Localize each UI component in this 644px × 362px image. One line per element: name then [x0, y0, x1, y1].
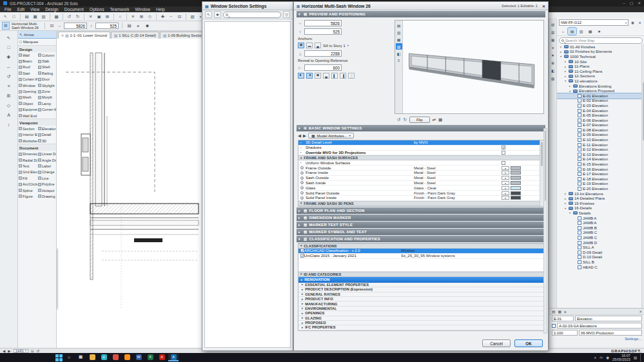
layer-icon[interactable]: ≡	[135, 23, 142, 30]
reveal-option-button[interactable]: ▝	[306, 73, 313, 79]
publisher-icon[interactable]: ▦	[586, 28, 594, 35]
material-swatch[interactable]	[511, 171, 521, 175]
navigator-scrollbar[interactable]	[641, 44, 644, 308]
firefox-icon[interactable]	[122, 354, 132, 361]
sash-outside-row[interactable]: Sash OutsideMetal - Steel▾	[298, 176, 540, 181]
tree-item-e-20-elevation[interactable]: E-20 Elevation	[557, 186, 641, 191]
tree-item-1000-technical[interactable]: ▾1000 Technical	[557, 54, 641, 59]
tool-detail[interactable]: Detail	[37, 132, 56, 138]
tree-item-12-sections[interactable]: ▸12-Sections	[557, 74, 641, 79]
tool-text[interactable]: Text	[18, 163, 37, 169]
find-icon[interactable]: ○	[117, 13, 124, 20]
select-icon[interactable]: ↖	[5, 33, 13, 42]
tree-item-e-14-elevation[interactable]: E-14 Elevation	[557, 157, 641, 162]
anchor-center-button[interactable]: ▬	[306, 43, 313, 48]
palette-toggle-icon[interactable]: ≡	[550, 44, 556, 50]
pen-selector[interactable]: ▾	[502, 166, 509, 170]
tool-radial-dim[interactable]: Radial Dim...	[18, 157, 37, 163]
3d-detail-level-row[interactable]: ▪3D Detail Levelby MVO	[298, 140, 540, 146]
pen-selector[interactable]: ▾	[502, 186, 509, 190]
dialog-width-field[interactable]: 5826	[304, 20, 342, 26]
favorites-list-area[interactable]	[204, 21, 291, 348]
next-page-icon[interactable]: ▶	[303, 133, 306, 138]
tree-item-e-01-elevation[interactable]: E-01 Elevation	[557, 93, 641, 99]
grid-icon[interactable]: ⊞	[5, 91, 13, 100]
dimension-icon[interactable]: ↕	[5, 120, 13, 129]
tool-skylight[interactable]: Skylight	[37, 82, 56, 88]
save-icon[interactable]: ▥	[40, 13, 47, 20]
tree-item-10-site[interactable]: ▸10-Site	[557, 59, 641, 64]
close-icon[interactable]: ✕	[639, 310, 642, 314]
fit-view-icon[interactable]: ⊡	[31, 349, 34, 353]
file-explorer-icon[interactable]	[87, 354, 97, 361]
tree-item-jamb-b[interactable]: JAMB B	[557, 225, 641, 231]
favorites-star-icon[interactable]: ★	[214, 11, 221, 18]
mirror-icon[interactable]: ⇄	[433, 117, 436, 122]
tool-slab[interactable]: Slab	[37, 58, 56, 64]
tree-item-15-finishes[interactable]: ▸15-Finishes	[557, 201, 641, 206]
chevron-right-icon[interactable]: ▸	[563, 60, 567, 63]
reveal-option-button[interactable]: ▀	[315, 73, 321, 79]
sill-height-field[interactable]: 2288	[304, 50, 342, 57]
undo-icon[interactable]: ↺	[66, 13, 73, 20]
view-map-icon[interactable]: ▤	[568, 28, 576, 35]
tree-item-e-05-elevation[interactable]: E-05 Elevation	[557, 113, 641, 118]
open-icon[interactable]: ▦	[32, 13, 39, 20]
menu-help[interactable]: Help	[156, 7, 165, 12]
tree-item-sill-a[interactable]: SILL A	[557, 245, 641, 250]
back-icon[interactable]: ◀	[3, 349, 5, 353]
menu-document[interactable]: Document	[64, 7, 84, 12]
menu-edit[interactable]: Edit	[17, 7, 24, 12]
tool-fill[interactable]: Fill	[18, 175, 37, 181]
solid-panel-inside-row[interactable]: Solid Panel InsideFinish - Paint Dark Gr…	[298, 196, 540, 201]
menu-view[interactable]: View	[30, 7, 39, 12]
tool-grid-element[interactable]: Grid Element	[18, 169, 37, 175]
start-button[interactable]	[54, 354, 63, 361]
favorites-search-input[interactable]	[223, 12, 281, 18]
pen-selector[interactable]: ▾	[502, 181, 509, 185]
tree-item-jamb-a[interactable]: JAMB A	[557, 216, 641, 221]
tool-arc-circle[interactable]: Arc/Circle	[18, 181, 37, 187]
classifications-group[interactable]: ▾ CLASSIFICATIONS	[298, 243, 543, 249]
tree-item-jamb-d[interactable]: JAMB D	[557, 240, 641, 245]
tool-zone[interactable]: Zone	[37, 88, 56, 94]
info-tab-icon[interactable]: ▦	[558, 310, 561, 314]
chevron-right-icon[interactable]: ▸	[563, 75, 567, 78]
tool-arrow[interactable]: ↖Arrow	[18, 31, 56, 38]
floor-plan-icon[interactable]: ▤	[396, 22, 402, 28]
view-3d-icon[interactable]: ▧	[189, 13, 196, 20]
tool-lamp[interactable]: Lamp	[37, 100, 56, 106]
chevron-right-icon[interactable]: ▸	[563, 70, 567, 73]
window-tool-icon[interactable]: ⊞	[2, 22, 10, 30]
dialog-scrollbar[interactable]	[543, 128, 547, 334]
material-swatch[interactable]	[511, 166, 521, 170]
tree-item-e-08-elevation[interactable]: E-08 Elevation	[557, 128, 641, 133]
tool-marquee[interactable]: □Marquee	[18, 38, 56, 45]
checkbox[interactable]: ✓	[502, 146, 505, 149]
settings-dialog-icon[interactable]: ▤	[126, 23, 133, 30]
pen-selector[interactable]: ▾	[502, 196, 509, 200]
tree-item-02-finishes-by-elements[interactable]: ▸02 Finishes by Elements	[557, 50, 641, 55]
tree-item-e-02-elevation[interactable]: E-02 Elevation	[557, 99, 641, 104]
palette-toggle-icon[interactable]: ▥	[550, 29, 556, 35]
chevron-down-icon[interactable]: ▾	[568, 90, 572, 93]
frame-and-sash-3d-pens-group[interactable]: ▾FRAME AND SASH 3D PENS	[298, 201, 540, 206]
reveal-option-button[interactable]: ▘	[298, 73, 304, 79]
tool-railing[interactable]: Railing	[37, 70, 56, 76]
perspective-icon[interactable]: ◧	[396, 50, 402, 57]
excel-icon[interactable]: X	[145, 354, 155, 361]
tree-item-elevations-existing[interactable]: ▸Elevations Existing	[557, 84, 641, 89]
material-swatch[interactable]	[511, 196, 521, 200]
rotate-left-icon[interactable]: ↺	[397, 117, 400, 122]
dialog-close-icon[interactable]: ✕	[540, 4, 545, 8]
zoom-icon[interactable]: ✚	[5, 53, 13, 61]
tool-drawing[interactable]: Drawing	[37, 193, 56, 199]
layers-icon[interactable]: ≡	[5, 82, 13, 90]
tool-polyline[interactable]: Polyline	[37, 181, 56, 187]
snap-icon[interactable]: ◇	[5, 101, 13, 110]
material-swatch[interactable]	[511, 176, 521, 180]
properties-tab-icon[interactable]: ▤	[552, 310, 555, 314]
tool-window[interactable]: Window	[18, 82, 37, 88]
section-marker-symbol-and-text[interactable]: ▸▤MARKER SYMBOL AND TEXT	[297, 229, 545, 235]
chevron-down-icon[interactable]: ▾	[568, 211, 572, 214]
